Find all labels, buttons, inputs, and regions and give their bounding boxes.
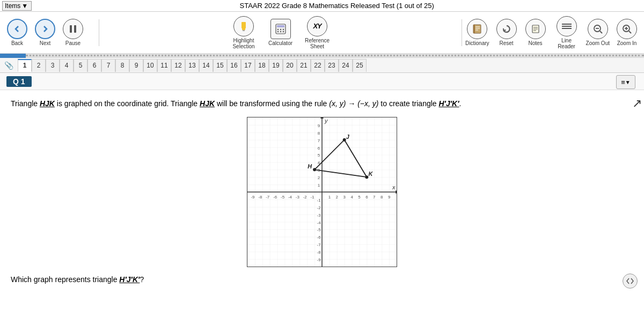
items-dropdown[interactable]: Items ▼ (2, 1, 32, 11)
tab-q11[interactable]: 11 (157, 59, 171, 72)
nav-arrows-icon (626, 277, 634, 285)
svg-point-10 (277, 31, 278, 32)
pause-button[interactable]: Pause (61, 19, 85, 46)
text-before-hjk1: Triangle (11, 99, 40, 108)
tab-q5[interactable]: 5 (74, 59, 87, 72)
tab-q25[interactable]: 25 (353, 59, 367, 72)
svg-rect-14 (473, 25, 475, 33)
utility-tools: Dictionary Reset Notes (465, 16, 639, 49)
question-label: Q 1 (6, 76, 32, 87)
svg-point-9 (282, 29, 283, 30)
tab-q17[interactable]: 17 (241, 59, 255, 72)
dictionary-icon (467, 19, 487, 39)
calculator-icon (270, 19, 291, 39)
notes-icon (525, 19, 546, 39)
notes-button[interactable]: Notes (524, 19, 547, 46)
tab-q9[interactable]: 9 (129, 59, 143, 72)
rule-label: (x, y) → (−x, y) (329, 99, 378, 108)
svg-point-12 (282, 31, 283, 32)
progress-completed (0, 54, 26, 58)
svg-point-8 (280, 29, 281, 30)
svg-rect-2 (241, 22, 246, 28)
svg-text:J: J (346, 134, 350, 140)
zoom-out-icon (588, 19, 608, 39)
progress-bar (0, 54, 644, 58)
expand-icon: ≡ (621, 78, 625, 86)
svg-marker-35 (396, 190, 397, 194)
svg-point-79 (313, 168, 316, 171)
items-label: Items (5, 2, 20, 10)
back-button[interactable]: Back (5, 19, 29, 46)
svg-text:-4: -4 (317, 220, 321, 225)
tab-q12[interactable]: 12 (171, 59, 185, 72)
dictionary-button[interactable]: Dictionary (465, 19, 489, 46)
svg-text:-7: -7 (266, 195, 270, 200)
svg-text:-3: -3 (317, 212, 321, 217)
tab-q19[interactable]: 19 (269, 59, 283, 72)
svg-text:y: y (324, 117, 328, 124)
hjk1-label: HJK (40, 99, 55, 108)
svg-text:1: 1 (318, 183, 320, 188)
reference-button[interactable]: XY Reference Sheet (302, 16, 332, 49)
svg-text:7: 7 (318, 138, 320, 143)
svg-text:-4: -4 (288, 195, 292, 200)
tab-q3[interactable]: 3 (46, 59, 60, 72)
svg-text:5: 5 (358, 195, 361, 200)
content-area: Q 1 ≡ ▼ ↗ Triangle HJK is graphed on the… (0, 73, 644, 292)
svg-text:-9: -9 (317, 257, 321, 262)
svg-text:3: 3 (343, 195, 346, 200)
svg-text:1: 1 (328, 195, 331, 200)
svg-line-29 (629, 31, 631, 33)
reset-button[interactable]: Reset (495, 19, 518, 46)
svg-point-7 (277, 29, 278, 30)
svg-text:H: H (308, 163, 312, 169)
line-reader-icon (557, 16, 577, 36)
attach-icon[interactable]: 📎 (4, 61, 13, 70)
tab-q20[interactable]: 20 (283, 59, 297, 72)
tab-q1[interactable]: 1 (18, 59, 32, 72)
tab-q22[interactable]: 22 (311, 59, 325, 72)
tab-q10[interactable]: 10 (143, 59, 157, 72)
svg-text:8: 8 (318, 131, 320, 136)
svg-text:5: 5 (318, 153, 320, 158)
svg-point-11 (280, 31, 281, 32)
tab-q24[interactable]: 24 (339, 59, 353, 72)
progress-remaining (26, 55, 644, 57)
svg-text:-1: -1 (317, 198, 321, 203)
content-tools: Highlight Selection Calculator XY Refere… (103, 16, 458, 49)
svg-text:-2: -2 (317, 205, 321, 210)
tab-q23[interactable]: 23 (325, 59, 339, 72)
svg-rect-1 (74, 25, 76, 33)
zoom-out-button[interactable]: Zoom Out (586, 19, 610, 46)
tab-q4[interactable]: 4 (60, 59, 74, 72)
tab-q18[interactable]: 18 (255, 59, 269, 72)
zoom-in-button[interactable]: Zoom In (615, 19, 639, 46)
svg-text:x: x (392, 184, 396, 190)
tab-q7[interactable]: 7 (101, 59, 115, 72)
pause-icon (63, 19, 83, 39)
back-icon (7, 19, 27, 39)
line-reader-button[interactable]: Line Reader (553, 16, 581, 49)
tab-q21[interactable]: 21 (297, 59, 311, 72)
tab-q8[interactable]: 8 (115, 59, 129, 72)
text-before-hpjpkp: to create triangle (378, 99, 438, 108)
question-tabs: 📎 1 2 3 4 5 6 7 8 9 10 11 12 13 14 15 16… (0, 58, 644, 73)
tab-q16[interactable]: 16 (227, 59, 241, 72)
tab-q15[interactable]: 15 (213, 59, 227, 72)
tab-q14[interactable]: 14 (199, 59, 213, 72)
text-period: . (459, 99, 462, 108)
tab-q13[interactable]: 13 (185, 59, 199, 72)
tab-q6[interactable]: 6 (87, 59, 101, 72)
svg-text:2: 2 (336, 195, 339, 200)
sep2 (462, 19, 462, 46)
bottom-nav[interactable] (623, 274, 638, 289)
svg-text:-2: -2 (303, 195, 308, 200)
highlight-button[interactable]: Highlight Selection (229, 16, 259, 49)
svg-text:6: 6 (318, 145, 320, 150)
calculator-button[interactable]: Calculator (268, 19, 292, 46)
nav-circle-button[interactable] (623, 274, 638, 289)
svg-text:8: 8 (380, 195, 383, 200)
next-button[interactable]: Next (33, 19, 57, 46)
tab-q2[interactable]: 2 (32, 59, 46, 72)
expand-button[interactable]: ≡ ▼ (616, 75, 635, 89)
